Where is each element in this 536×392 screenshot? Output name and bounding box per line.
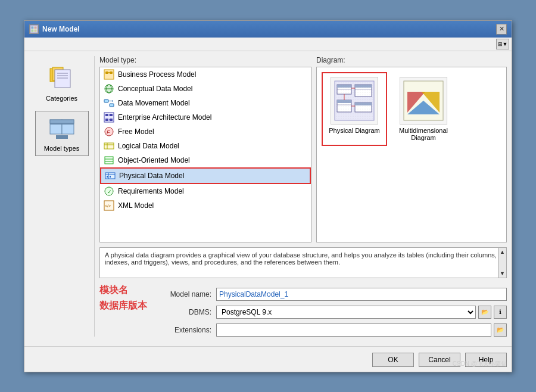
annotations-column: 模块名 数据库版本: [99, 283, 147, 313]
enterprise-arch-text: Enterprise Architecture Model: [118, 113, 211, 122]
list-item-enterprise-arch[interactable]: Enterprise Architecture Model: [100, 110, 311, 125]
bottom-buttons: OK Cancel Help: [24, 346, 512, 372]
list-item-business-process[interactable]: Business Process Model: [100, 67, 311, 82]
svg-rect-0: [31, 26, 34, 29]
svg-text:✓: ✓: [107, 189, 112, 195]
svg-rect-15: [50, 120, 74, 123]
dialog-icon: [29, 24, 39, 34]
xml-model-text: XML Model: [118, 201, 154, 210]
business-process-text: Business Process Model: [118, 70, 196, 79]
object-oriented-text: Object-Oriented Model: [118, 156, 190, 164]
free-model-text: Free Model: [118, 127, 154, 136]
list-item-data-movement[interactable]: Data Movement Model: [100, 96, 311, 110]
ok-button[interactable]: OK: [372, 353, 414, 367]
dialog-title: New Model: [42, 25, 80, 33]
title-bar: New Model ✕: [24, 21, 512, 38]
data-movement-icon: [104, 98, 114, 108]
svg-rect-17: [105, 71, 108, 74]
form-column: Model name: DBMS: PostgreSQL 9.x 📂 ℹ: [152, 283, 507, 337]
model-types-label: Model types: [44, 145, 79, 152]
description-box: A physical data diagram provides a graph…: [99, 247, 507, 278]
svg-rect-14: [56, 135, 68, 139]
dbms-select[interactable]: PostgreSQL 9.x: [216, 306, 476, 319]
xml-model-icon: </>: [104, 200, 114, 211]
sidebar: Categories Model types: [29, 56, 95, 337]
dbms-annotation: 数据库版本: [99, 300, 147, 312]
svg-rect-31: [110, 119, 113, 121]
diagram-grid: Physical Diagram: [316, 67, 507, 242]
categories-icon: [48, 65, 76, 94]
svg-rect-29: [110, 114, 113, 116]
list-item-logical-data[interactable]: Logical Data Model: [100, 139, 311, 153]
svg-rect-39: [105, 157, 113, 164]
description-scrollbar[interactable]: ▲ ▼: [498, 248, 506, 278]
list-item-object-oriented[interactable]: Object-Oriented Model: [100, 153, 311, 167]
svg-marker-26: [112, 100, 113, 102]
extensions-browse-button[interactable]: 📂: [494, 323, 507, 337]
conceptual-data-icon: [104, 83, 114, 94]
list-item-xml-model[interactable]: </> XML Model: [100, 198, 311, 213]
grid-view-button[interactable]: ⊞▼: [496, 39, 509, 49]
svg-rect-45: [107, 176, 108, 178]
svg-rect-3: [34, 29, 37, 32]
physical-data-icon: [105, 170, 116, 181]
dbms-row: DBMS: PostgreSQL 9.x 📂 ℹ: [152, 306, 507, 319]
svg-rect-16: [104, 70, 114, 79]
sidebar-item-model-types[interactable]: Model types: [35, 111, 89, 156]
extensions-field[interactable]: [216, 323, 491, 337]
list-item-free-model[interactable]: F Free Model: [100, 125, 311, 139]
physical-diagram-label: Physical Diagram: [329, 127, 380, 134]
enterprise-arch-icon: [104, 112, 114, 123]
model-type-list: Business Process Model Conceptual Data M…: [99, 67, 311, 242]
svg-rect-23: [104, 99, 108, 102]
dbms-select-row: PostgreSQL 9.x 📂 ℹ: [216, 306, 507, 319]
diagram-label: Diagram:: [316, 56, 507, 64]
model-name-annotation: 模块名: [99, 284, 147, 297]
dbms-info-button[interactable]: ℹ: [494, 306, 507, 319]
data-movement-text: Data Movement Model: [118, 99, 190, 107]
description-text: A physical data diagram provides a graph…: [105, 251, 497, 266]
model-name-form-label: Model name:: [152, 290, 211, 298]
object-oriented-icon: [104, 155, 114, 166]
diagram-item-multidimensional[interactable]: Multidimensional Diagram: [391, 72, 456, 146]
svg-rect-2: [31, 29, 34, 32]
multidimensional-label: Multidimensional Diagram: [395, 127, 451, 141]
diagram-item-physical[interactable]: Physical Diagram: [322, 72, 387, 146]
svg-rect-28: [105, 114, 108, 116]
extensions-form-label: Extensions:: [152, 326, 211, 334]
physical-data-text: Physical Data Model: [119, 172, 184, 180]
physical-diagram-icon-box: [331, 77, 378, 125]
requirements-text: Requirements Model: [118, 187, 184, 195]
logical-data-icon: [104, 141, 114, 151]
watermark: CSDN @飞天小栗旬: [453, 360, 507, 368]
logical-data-text: Logical Data Model: [118, 142, 179, 150]
list-item-physical-data[interactable]: Physical Data Model: [100, 167, 311, 184]
svg-rect-24: [110, 104, 114, 107]
model-name-input[interactable]: [216, 288, 507, 301]
dbms-browse-button[interactable]: 📂: [478, 306, 491, 319]
svg-rect-46: [110, 176, 111, 178]
svg-rect-6: [55, 70, 70, 88]
multidimensional-icon-box: [400, 77, 447, 125]
requirements-icon: ✓: [104, 186, 114, 197]
categories-label: Categories: [46, 95, 77, 102]
svg-rect-1: [34, 26, 37, 29]
extensions-row: Extensions: 📂: [152, 323, 507, 337]
model-types-icon: [48, 115, 76, 144]
svg-rect-30: [105, 119, 108, 121]
business-process-icon: [104, 69, 114, 80]
multidimensional-svg: [403, 80, 444, 122]
extensions-select-row: 📂: [216, 323, 507, 337]
svg-text:</>: </>: [105, 204, 111, 208]
free-model-icon: F: [104, 126, 114, 137]
toolbar: ⊞▼: [24, 38, 512, 51]
svg-rect-66: [335, 81, 374, 120]
svg-rect-18: [110, 71, 113, 74]
model-type-label: Model type:: [99, 56, 311, 64]
physical-diagram-svg: [334, 80, 375, 122]
close-button[interactable]: ✕: [496, 24, 507, 35]
conceptual-data-text: Conceptual Data Model: [118, 85, 192, 93]
list-item-requirements[interactable]: ✓ Requirements Model: [100, 184, 311, 198]
list-item-conceptual-data[interactable]: Conceptual Data Model: [100, 82, 311, 96]
sidebar-item-categories[interactable]: Categories: [35, 61, 89, 106]
